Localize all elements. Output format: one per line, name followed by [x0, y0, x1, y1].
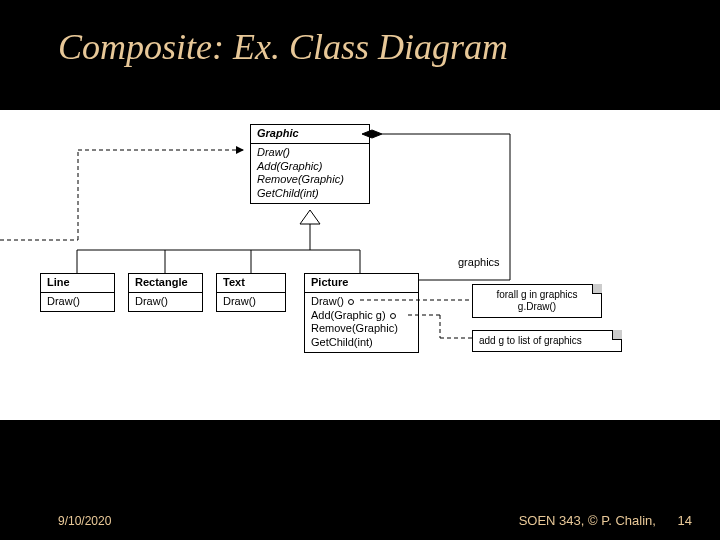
footer-page-number: 14: [678, 513, 692, 528]
slide-title: Composite: Ex. Class Diagram: [58, 26, 508, 68]
svg-marker-4: [300, 210, 320, 224]
class-name: Rectangle: [129, 274, 202, 293]
footer-course: SOEN 343, © P. Chalin,: [519, 513, 656, 528]
diagram-canvas: Graphic Draw() Add(Graphic) Remove(Graph…: [0, 110, 720, 420]
class-name: Picture: [305, 274, 418, 293]
svg-marker-3: [236, 146, 244, 154]
class-ops: Draw(): [217, 293, 285, 311]
op-link-marker: [348, 299, 354, 305]
uml-class-picture: Picture Draw() Add(Graphic g) Remove(Gra…: [304, 273, 419, 353]
class-name: Graphic: [251, 125, 369, 144]
footer-date: 9/10/2020: [58, 514, 111, 528]
uml-class-graphic: Graphic Draw() Add(Graphic) Remove(Graph…: [250, 124, 370, 204]
assoc-label-graphics: graphics: [458, 256, 500, 268]
uml-class-rectangle: Rectangle Draw(): [128, 273, 203, 312]
footer-right: SOEN 343, © P. Chalin, 14: [519, 513, 692, 528]
uml-note-draw: forall g in graphics g.Draw(): [472, 284, 602, 318]
class-ops: Draw() Add(Graphic g) Remove(Graphic) Ge…: [305, 293, 418, 352]
note-dogear-icon: [592, 284, 602, 294]
uml-note-add: add g to list of graphics: [472, 330, 622, 352]
uml-class-line: Line Draw(): [40, 273, 115, 312]
class-ops: Draw(): [129, 293, 202, 311]
class-name: Line: [41, 274, 114, 293]
class-ops: Draw(): [41, 293, 114, 311]
op-link-marker: [390, 313, 396, 319]
note-dogear-icon: [612, 330, 622, 340]
uml-class-text: Text Draw(): [216, 273, 286, 312]
class-ops: Draw() Add(Graphic) Remove(Graphic) GetC…: [251, 144, 369, 203]
class-name: Text: [217, 274, 285, 293]
